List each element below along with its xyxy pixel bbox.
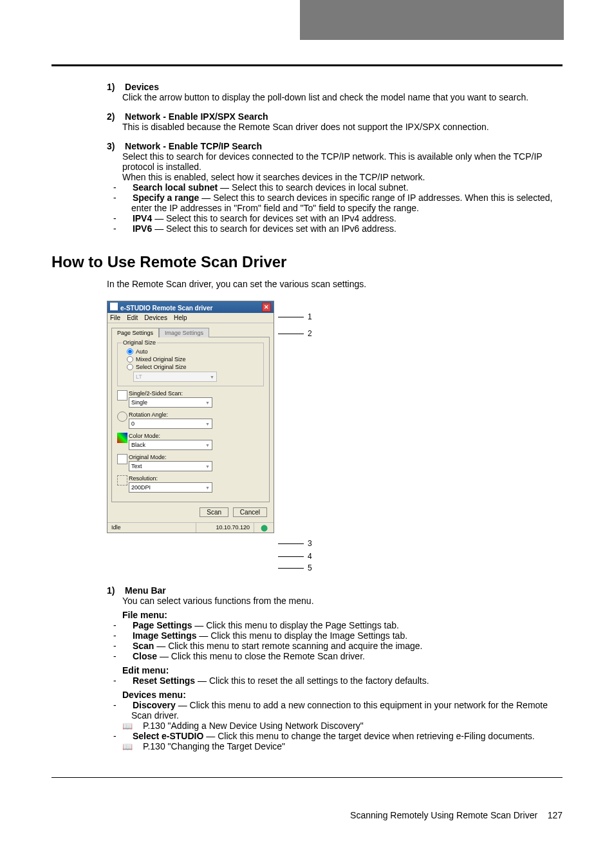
- submenu-title: Edit menu:: [122, 665, 169, 675]
- sublist-label: Scan: [133, 641, 154, 651]
- sublist-item: - IPV6 — Select this to search for devic…: [131, 223, 563, 234]
- network-icon: ⬤: [261, 524, 268, 531]
- file-menu-sublist: - Page Settings — Click this menu to dis…: [122, 620, 563, 661]
- titlebar[interactable]: e-STUDIO Remote Scan driver ✕: [107, 301, 274, 313]
- sublist-text: — Select this to search for devices set …: [152, 223, 396, 234]
- document-icon: [117, 454, 127, 464]
- status-ip: 10.10.70.120: [196, 523, 254, 533]
- radio-label: Auto: [136, 348, 148, 355]
- statusbar: Idle 10.10.70.120 ⬤: [107, 522, 274, 533]
- section-intro: In the Remote Scan driver, you can set t…: [107, 279, 563, 289]
- field-rotation: Rotation Angle: 0▼: [117, 411, 264, 429]
- item-title: Devices: [125, 82, 159, 92]
- book-icon: 📖: [131, 721, 140, 731]
- sublist-label: IPV6: [133, 223, 152, 234]
- single-scan-dropdown[interactable]: Single▼: [129, 397, 212, 408]
- chevron-down-icon: ▼: [210, 375, 214, 379]
- status-text: Idle: [107, 523, 196, 533]
- original-size-dropdown: LT▼: [133, 372, 217, 382]
- dd-value: Black: [131, 442, 145, 448]
- sublist-label: Select e-STUDIO: [133, 731, 203, 741]
- item-title: Menu Bar: [125, 585, 166, 596]
- remote-scan-driver-dialog: e-STUDIO Remote Scan driver ✕ File Edit …: [107, 301, 274, 533]
- sublist-item: - Close — Click this menu to close the R…: [131, 651, 563, 661]
- submenu-title: File menu:: [122, 610, 167, 620]
- divider-top: [51, 64, 563, 66]
- menu-help[interactable]: Help: [174, 314, 187, 321]
- field-label: Resolution:: [129, 475, 264, 482]
- chevron-down-icon: ▼: [205, 422, 210, 426]
- menu-devices[interactable]: Devices: [144, 314, 167, 321]
- sublist-label: Image Settings: [133, 630, 197, 641]
- window-title: e-STUDIO Remote Scan driver: [120, 305, 212, 312]
- callout-5: 5: [308, 563, 312, 572]
- page-content: 1) Devices Click the arrow button to dis…: [0, 0, 614, 804]
- item-title: Network - Enable TCP/IP Search: [125, 141, 262, 151]
- resolution-dropdown[interactable]: 200DPI▼: [129, 482, 212, 493]
- sublist-text: — Click this menu to display the Page Se…: [192, 620, 398, 630]
- color-dropdown[interactable]: Black▼: [129, 440, 212, 450]
- group-label: Original Size: [122, 339, 157, 346]
- rotation-dropdown[interactable]: 0▼: [129, 419, 212, 429]
- edit-menu-sublist: - Reset Settings — Click this to reset t…: [122, 675, 563, 686]
- original-mode-dropdown[interactable]: Text▼: [129, 461, 212, 471]
- radio-select[interactable]: Select Original Size: [127, 364, 259, 370]
- sublist-label: Reset Settings: [133, 675, 195, 686]
- reference-link: P.130 "Changing the Target Device": [140, 741, 285, 751]
- item-menubar: 1) Menu Bar You can select various funct…: [107, 585, 563, 751]
- sublist-item: - Image Settings — Click this menu to di…: [131, 630, 563, 641]
- resolution-icon: [117, 475, 127, 486]
- radio-icon[interactable]: [127, 364, 133, 370]
- callout-2: 2: [308, 329, 312, 338]
- rotation-icon: [117, 411, 127, 422]
- sublist-item: - Specify a range — Select this to searc…: [131, 193, 563, 213]
- item-number: 1): [107, 585, 115, 596]
- item-body: You can select various functions from th…: [122, 596, 563, 606]
- sublist-text: — Click this menu to display the Image S…: [196, 630, 407, 641]
- sublist-text: — Click this menu to change the target d…: [203, 731, 534, 741]
- field-label: Rotation Angle:: [129, 411, 264, 418]
- item-body: Select this to search for devices connec…: [122, 151, 563, 172]
- radio-label: Mixed Original Size: [136, 356, 186, 363]
- field-label: Original Mode:: [129, 454, 264, 460]
- chevron-down-icon: ▼: [205, 464, 210, 469]
- radio-mixed[interactable]: Mixed Original Size: [127, 356, 259, 363]
- chevron-down-icon: ▼: [205, 401, 210, 405]
- numbered-list-top: 1) Devices Click the arrow button to dis…: [107, 82, 563, 234]
- sublist-text: — Select this to search for devices set …: [152, 213, 396, 223]
- sublist-label: Discovery: [133, 700, 176, 710]
- numbered-list-bottom: 1) Menu Bar You can select various funct…: [107, 585, 563, 751]
- sublist-text: — Click this menu to add a new connectio…: [131, 700, 548, 721]
- item-devices: 1) Devices Click the arrow button to dis…: [107, 82, 563, 102]
- dd-value: Single: [131, 399, 147, 406]
- tab-page-settings[interactable]: Page Settings: [111, 328, 159, 337]
- sublist-text: — Click this to reset the all settings t…: [195, 675, 429, 686]
- panel: Original Size Auto Mixed Original Size S…: [111, 337, 270, 502]
- radio-icon[interactable]: [127, 348, 133, 355]
- menu-edit[interactable]: Edit: [127, 314, 138, 321]
- item-ipx: 2) Network - Enable IPX/SPX Search This …: [107, 111, 563, 132]
- radio-auto[interactable]: Auto: [127, 348, 259, 355]
- screenshot-with-callouts: e-STUDIO Remote Scan driver ✕ File Edit …: [107, 301, 563, 570]
- tab-image-settings[interactable]: Image Settings: [159, 328, 209, 337]
- field-label: Color Mode:: [129, 433, 264, 439]
- footer-text: Scanning Remotely Using Remote Scan Driv…: [350, 810, 537, 820]
- item-body: Click the arrow button to display the po…: [122, 92, 563, 102]
- divider-bottom: [51, 777, 563, 778]
- item-number: 2): [107, 111, 115, 122]
- sublist-label: Search local subnet: [133, 182, 218, 193]
- menu-file[interactable]: File: [110, 314, 120, 321]
- close-icon[interactable]: ✕: [262, 303, 271, 312]
- item-title: Network - Enable IPX/SPX Search: [125, 111, 268, 122]
- sublist-item: - Reset Settings — Click this to reset t…: [131, 675, 563, 686]
- radio-icon[interactable]: [127, 356, 133, 363]
- sublist-item: - Page Settings — Click this menu to dis…: [131, 620, 563, 630]
- sublist-item: - IPV4 — Select this to search for devic…: [131, 213, 563, 223]
- dd-value: 0: [131, 420, 135, 427]
- tcpip-sublist: - Search local subnet — Select this to s…: [122, 182, 563, 234]
- cancel-button[interactable]: Cancel: [233, 507, 267, 517]
- submenu-title: Devices menu:: [122, 690, 186, 700]
- chevron-down-icon: ▼: [205, 486, 210, 490]
- menubar: File Edit Devices Help: [107, 313, 274, 323]
- scan-button[interactable]: Scan: [200, 507, 228, 517]
